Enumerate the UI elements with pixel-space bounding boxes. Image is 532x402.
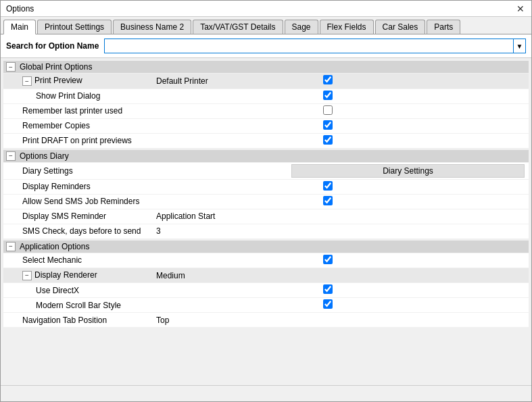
- select-mechanic-checkbox-cell: [287, 253, 368, 268]
- window-title: Options: [6, 4, 34, 14]
- application-options-table: Select Mechanic −Display Renderer Medium…: [3, 253, 529, 328]
- allow-sms-value: [152, 194, 287, 209]
- print-preview-label: −Print Preview: [3, 74, 152, 89]
- remember-last-printer-label: Remember last printer used: [3, 103, 152, 118]
- diary-settings-label: Diary Settings: [3, 163, 152, 180]
- diary-settings-value: [152, 163, 287, 180]
- print-draft-value: [152, 133, 287, 148]
- options-window: Options ✕ Main Printout Settings Busines…: [0, 0, 532, 402]
- application-options-header[interactable]: − Application Options: [3, 241, 529, 253]
- nav-tab-position-control: [287, 313, 368, 328]
- use-directx-spacer: [368, 283, 529, 298]
- display-reminders-spacer: [368, 179, 529, 194]
- display-sms-reminder-spacer: [368, 209, 529, 224]
- sms-check-days-spacer: [368, 224, 529, 238]
- sms-check-days-control: [287, 224, 368, 238]
- use-directx-checkbox-cell: [287, 283, 368, 298]
- display-renderer-toggle-icon: −: [22, 271, 32, 280]
- use-directx-checkbox[interactable]: [323, 284, 333, 294]
- use-directx-label: Use DirectX: [3, 283, 152, 298]
- print-preview-toggle-icon: −: [22, 76, 32, 86]
- remember-copies-value: [152, 118, 287, 133]
- title-bar: Options ✕: [1, 1, 531, 17]
- table-row: Use DirectX: [3, 283, 529, 298]
- global-print-options-table: −Print Preview Default Printer Show Prin…: [3, 74, 529, 149]
- modern-scrollbar-spacer: [368, 298, 529, 313]
- tab-flex-fields[interactable]: Flex Fields: [320, 20, 374, 34]
- bottom-bar: [1, 385, 531, 401]
- select-mechanic-spacer: [368, 253, 529, 268]
- nav-tab-position-spacer: [368, 313, 529, 328]
- table-row: Remember last printer used: [3, 103, 529, 118]
- display-reminders-checkbox[interactable]: [323, 181, 333, 191]
- display-sms-reminder-label: Display SMS Reminder: [3, 209, 152, 224]
- display-renderer-label: −Display Renderer: [3, 268, 152, 283]
- table-row: Remember Copies: [3, 118, 529, 133]
- search-bar: Search for Option Name ▼: [1, 34, 531, 58]
- table-row: Print DRAFT on print previews: [3, 133, 529, 148]
- display-sms-reminder-control: [287, 209, 368, 224]
- global-print-toggle-icon: −: [6, 62, 16, 72]
- global-print-options-label: Global Print Options: [20, 62, 92, 72]
- sms-check-days-value: 3: [152, 224, 287, 238]
- sms-check-days-label: SMS Check, days before to send: [3, 224, 152, 238]
- display-renderer-value: Medium: [152, 268, 287, 283]
- remember-last-printer-value: [152, 103, 287, 118]
- diary-options-header[interactable]: − Options Diary: [3, 150, 529, 162]
- table-row: Modern Scroll Bar Style: [3, 298, 529, 313]
- display-reminders-label: Display Reminders: [3, 179, 152, 194]
- application-options-label: Application Options: [20, 242, 89, 251]
- select-mechanic-checkbox[interactable]: [323, 255, 333, 264]
- print-draft-label: Print DRAFT on print previews: [3, 133, 152, 148]
- display-renderer-control: [287, 268, 368, 283]
- select-mechanic-value: [152, 253, 287, 268]
- modern-scrollbar-value: [152, 298, 287, 313]
- tab-parts[interactable]: Parts: [427, 20, 460, 34]
- allow-sms-label: Allow Send SMS Job Reminders: [3, 194, 152, 209]
- remember-copies-checkbox[interactable]: [323, 120, 333, 130]
- print-draft-checkbox[interactable]: [323, 135, 333, 145]
- show-print-dialog-spacer: [368, 89, 529, 103]
- table-row: Allow Send SMS Job Reminders: [3, 194, 529, 209]
- tab-printout-settings[interactable]: Printout Settings: [37, 20, 112, 34]
- diary-settings-button[interactable]: Diary Settings: [291, 164, 525, 178]
- tabs-bar: Main Printout Settings Business Name 2 T…: [1, 17, 531, 34]
- tab-tax-vat-gst[interactable]: Tax/VAT/GST Details: [193, 20, 283, 34]
- search-dropdown-button[interactable]: ▼: [514, 39, 526, 53]
- nav-tab-position-label: Navigation Tab Position: [3, 313, 152, 328]
- close-button[interactable]: ✕: [515, 3, 526, 14]
- remember-last-printer-checkbox[interactable]: [323, 105, 333, 115]
- remember-last-printer-spacer: [368, 103, 529, 118]
- remember-copies-checkbox-cell: [287, 118, 368, 133]
- tab-car-sales[interactable]: Car Sales: [375, 20, 426, 34]
- table-row: Navigation Tab Position Top: [3, 313, 529, 328]
- display-reminders-checkbox-cell: [287, 179, 368, 194]
- print-preview-checkbox-cell: [287, 74, 368, 89]
- print-preview-value: Default Printer: [152, 74, 287, 89]
- content-area: − Global Print Options −Print Preview De…: [1, 58, 531, 385]
- allow-sms-checkbox[interactable]: [323, 196, 333, 205]
- application-options-toggle-icon: −: [6, 242, 16, 251]
- remember-copies-label: Remember Copies: [3, 118, 152, 133]
- display-sms-reminder-value: Application Start: [152, 209, 287, 224]
- global-print-options-header[interactable]: − Global Print Options: [3, 61, 529, 73]
- search-input[interactable]: [104, 39, 514, 53]
- diary-options-label: Options Diary: [20, 151, 69, 161]
- tab-main[interactable]: Main: [3, 20, 36, 34]
- print-draft-spacer: [368, 133, 529, 148]
- diary-settings-btn-cell: Diary Settings: [287, 163, 529, 180]
- tab-sage[interactable]: Sage: [285, 20, 318, 34]
- print-preview-checkbox[interactable]: [323, 75, 333, 84]
- show-print-dialog-checkbox[interactable]: [323, 91, 333, 100]
- table-row: Diary Settings Diary Settings: [3, 163, 529, 180]
- table-row: Display Reminders: [3, 179, 529, 194]
- modern-scrollbar-checkbox[interactable]: [323, 299, 333, 309]
- display-renderer-spacer: [368, 268, 529, 283]
- use-directx-value: [152, 283, 287, 298]
- show-print-dialog-value: [152, 89, 287, 103]
- nav-tab-position-value: Top: [152, 313, 287, 328]
- show-print-dialog-label: Show Print Dialog: [3, 89, 152, 103]
- modern-scrollbar-label: Modern Scroll Bar Style: [3, 298, 152, 313]
- tab-business-name-2[interactable]: Business Name 2: [113, 20, 191, 34]
- allow-sms-checkbox-cell: [287, 194, 368, 209]
